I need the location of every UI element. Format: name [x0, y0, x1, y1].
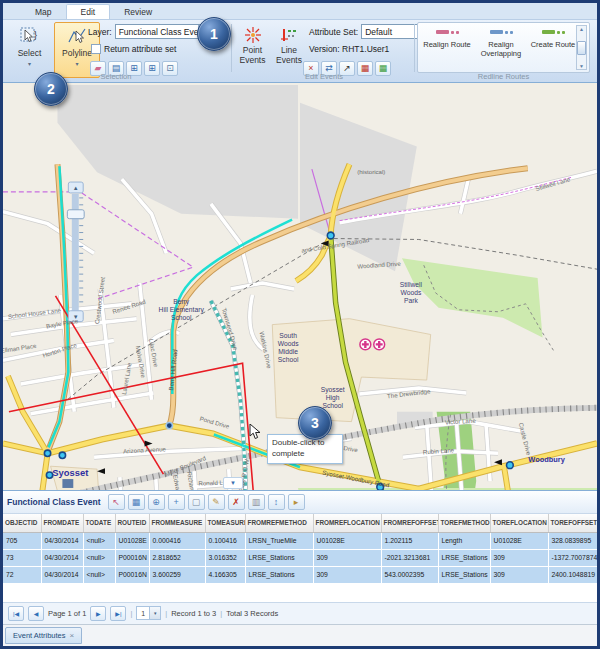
redline-group-label: Redline Routes — [417, 72, 590, 81]
page-number-dropdown[interactable]: 1 ▾ — [136, 606, 161, 620]
record-total: Total 3 Records — [226, 609, 278, 618]
map-collapse-icon: ▼ — [230, 480, 236, 486]
select-tool-icon: } — [19, 26, 40, 47]
panel-title: Functional Class Event — [7, 497, 101, 507]
svg-text:}: } — [34, 30, 37, 40]
line-events-icon — [280, 26, 298, 44]
table-cell: 705 — [3, 532, 41, 549]
tab-edit[interactable]: Edit — [66, 4, 111, 19]
realign-route-button[interactable]: Realign Route — [422, 26, 472, 71]
table-cell: 0.000416 — [149, 532, 205, 549]
table-cell: 04/30/2014 — [41, 566, 83, 583]
header-cell[interactable]: OBJECTID — [3, 514, 41, 532]
header-cell[interactable]: FROMREFMETHOD — [245, 514, 313, 532]
attribute-table-icon[interactable]: ▦ — [128, 494, 145, 510]
close-tab-icon[interactable]: × — [70, 631, 75, 640]
app-window: Map Edit Review } Select ▾ Polyline ▾ La… — [0, 0, 600, 649]
header-cell[interactable]: FROMDATE — [41, 514, 83, 532]
map-label: Syosset — [321, 386, 345, 394]
table-row[interactable]: 7204/30/2014<null>P00016N3.6002594.16630… — [3, 566, 597, 583]
point-events-icon — [244, 26, 262, 44]
delete-record-icon[interactable]: ✗ — [228, 494, 245, 510]
line-events-button[interactable]: Line Events — [272, 22, 306, 78]
header-cell[interactable]: FROMREFOFFSET — [381, 514, 438, 532]
select-button[interactable]: } Select ▾ — [8, 22, 51, 78]
zoom-to-record-icon[interactable]: ⊕ — [148, 494, 165, 510]
station-icon — [62, 479, 73, 488]
table-cell: <null> — [83, 549, 115, 566]
tab-map[interactable]: Map — [21, 5, 66, 19]
collapse-panel-button[interactable]: ▼ — [223, 477, 243, 489]
ribbon-tab-strip: Map Edit Review — [3, 3, 597, 20]
table-cell: 309 — [490, 549, 548, 566]
map-label: School — [322, 402, 343, 409]
copy-record-icon[interactable]: ▥ — [248, 494, 265, 510]
header-cell[interactable]: TOMEASURE — [205, 514, 245, 532]
first-page-button[interactable]: |◀ — [8, 606, 24, 621]
last-page-button[interactable]: ▶| — [110, 606, 126, 621]
header-cell[interactable]: TOREFLOCATION — [490, 514, 548, 532]
header-cell[interactable]: ROUTEID — [115, 514, 149, 532]
point-events-button[interactable]: Point Events — [235, 22, 270, 78]
table-cell: 309 — [313, 566, 381, 583]
page-dropdown-caret-icon: ▾ — [149, 607, 160, 619]
redline-routes-panel: Realign Route Realign Overlapping Create… — [417, 22, 590, 73]
table-empty-area — [3, 584, 597, 602]
table-cell: 04/30/2014 — [41, 532, 83, 549]
map-label: Woodbury — [528, 455, 565, 464]
return-attribute-set-checkbox[interactable] — [91, 44, 101, 54]
version-label: Version: RHT1.User1 — [309, 44, 389, 54]
layer-row: Layer: Functional Class Event ▾ — [88, 24, 211, 39]
attribute-table[interactable]: OBJECTIDFROMDATETODATEROUTEIDFROMMEASURE… — [3, 514, 598, 584]
page-status: Page 1 of 1 — [48, 609, 86, 618]
tab-review[interactable]: Review — [110, 5, 166, 19]
next-page-button[interactable]: ▶ — [90, 606, 106, 621]
scroll-up-icon[interactable]: ▲ — [579, 26, 584, 32]
redline-scrollbar[interactable]: ▲ ▼ — [576, 25, 587, 70]
table-row[interactable]: 70504/30/2014<null>U01028E0.0004160.1004… — [3, 532, 597, 549]
realign-route-icon — [436, 26, 459, 38]
table-cell: <null> — [83, 566, 115, 583]
header-cell[interactable]: FROMMEASURE — [149, 514, 205, 532]
table-row[interactable]: 7304/30/2014<null>P00016N2.8186523.01635… — [3, 549, 597, 566]
select-record-icon[interactable]: ↖ — [108, 494, 125, 510]
save-icon[interactable]: ▢ — [188, 494, 205, 510]
callout-1: 1 — [197, 17, 231, 51]
table-cell: -2021.3213681 — [381, 549, 438, 566]
edit-record-icon[interactable]: ✎ — [208, 494, 225, 510]
header-cell[interactable]: TOREFOFFSET — [548, 514, 597, 532]
create-route-icon — [542, 26, 565, 38]
select-caret-icon[interactable]: ▾ — [28, 60, 31, 67]
sort-records-icon[interactable]: ↕ — [268, 494, 285, 510]
scrollbar-thumb[interactable] — [577, 41, 586, 55]
header-cell[interactable]: TODATE — [83, 514, 115, 532]
table-cell: 2.818652 — [149, 549, 205, 566]
realign-overlapping-button[interactable]: Realign Overlapping — [476, 26, 526, 71]
previous-page-button[interactable]: ◀ — [28, 606, 44, 621]
map-label: Syosset — [52, 467, 89, 478]
table-cell: 2400.1048819 — [548, 566, 597, 583]
tab-event-attributes[interactable]: Event Attributes × — [5, 627, 82, 644]
table-cell: 309 — [490, 566, 548, 583]
table-cell: LRSE_Stations — [245, 549, 313, 566]
scroll-down-icon[interactable]: ▼ — [579, 63, 584, 69]
table-cell: P00016N — [115, 566, 149, 583]
callout-3: 3 — [298, 406, 332, 440]
open-record-icon[interactable]: ▸ — [288, 494, 305, 510]
group-divider — [231, 24, 232, 72]
create-route-button[interactable]: Create Route — [530, 26, 576, 71]
sketch-tooltip: Double-click to complete — [267, 434, 343, 464]
table-cell: 0.100416 — [205, 532, 245, 549]
polyline-caret-icon[interactable]: ▾ — [75, 60, 78, 67]
table-cell: LRSE_Stations — [438, 549, 490, 566]
table-cell: <null> — [83, 532, 115, 549]
header-cell[interactable]: FROMREFLOCATION — [313, 514, 381, 532]
zoom-slider-handle — [67, 210, 84, 219]
header-cell[interactable]: TOREFMETHOD — [438, 514, 490, 532]
pan-to-record-icon[interactable]: + — [168, 494, 185, 510]
table-cell: 1.202115 — [381, 532, 438, 549]
table-cell: 3.016352 — [205, 549, 245, 566]
table-cell: 4.166305 — [205, 566, 245, 583]
table-cell: U01028E — [490, 532, 548, 549]
bottom-tab-strip: Event Attributes × — [3, 624, 597, 648]
